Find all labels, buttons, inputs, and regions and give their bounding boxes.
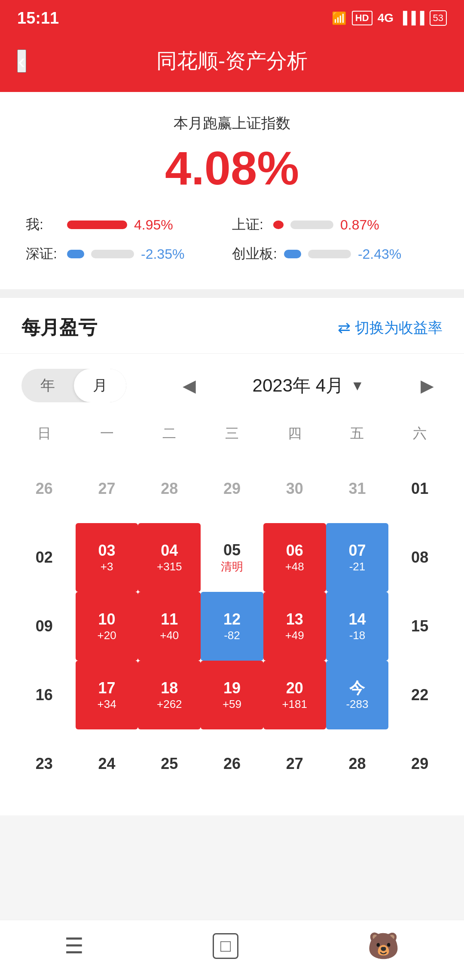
performance-comparisons: 我: 4.95% 上证: 0.87% 深证: -2.35% 创业板: -2.43… — [26, 215, 438, 263]
perf-label-shangzheng: 上证: — [232, 215, 266, 234]
section-divider — [0, 289, 464, 298]
weekday-thu: 四 — [263, 417, 326, 450]
perf-bar-shenzheng — [67, 250, 84, 258]
period-dropdown-icon[interactable]: ▼ — [351, 378, 364, 394]
perf-value-wo: 4.95% — [134, 217, 173, 233]
hd-badge: HD — [352, 11, 372, 25]
wifi-icon: 📶 — [332, 11, 347, 25]
table-row[interactable]: 28 — [326, 729, 389, 798]
perf-bar-chuangyeban — [284, 250, 301, 258]
battery-indicator: 53 — [430, 10, 447, 26]
calendar-grid: 日 一 二 三 四 五 六 26 27 28 29 30 31 01 02 03… — [0, 417, 464, 815]
current-period-display: 2023年 4月 ▼ — [253, 374, 364, 398]
signal-4g-icon: 4G — [378, 11, 394, 25]
table-row[interactable]: 06 +48 — [263, 523, 326, 592]
table-row[interactable]: 23 — [13, 729, 76, 798]
year-toggle-button[interactable]: 年 — [21, 369, 74, 402]
table-row: 29 — [201, 454, 263, 523]
weekday-tue: 二 — [138, 417, 201, 450]
table-row[interactable]: 07 -21 — [326, 523, 389, 592]
perf-bar-shenzheng-bg — [91, 250, 134, 258]
table-row[interactable]: 01 — [388, 454, 451, 523]
prev-month-button[interactable]: ◀ — [174, 376, 205, 395]
table-row[interactable]: 24 — [76, 729, 138, 798]
table-row[interactable]: 02 — [13, 523, 76, 592]
table-row: 26 — [13, 454, 76, 523]
app-header: ‹ 同花顺-资产分析 — [0, 34, 464, 92]
back-button[interactable]: ‹ — [17, 49, 26, 73]
perf-bar-wo — [67, 220, 127, 229]
table-row[interactable]: 05 清明 — [201, 523, 263, 592]
weekday-fri: 五 — [326, 417, 389, 450]
menu-button[interactable]: ☰ — [64, 934, 84, 959]
table-row: 30 — [263, 454, 326, 523]
perf-item-chuangyeban: 创业板: -2.43% — [232, 245, 438, 263]
bottom-spacer — [0, 815, 464, 901]
table-row[interactable]: 04 +315 — [138, 523, 201, 592]
monthly-section: 每月盈亏 ⇄ 切换为收益率 年 月 ◀ 2023年 4月 ▼ ▶ 日 一 二 三… — [0, 298, 464, 815]
status-icons: 📶 HD 4G ▐▐▐ 53 — [332, 10, 447, 26]
table-row[interactable]: 09 — [13, 592, 76, 661]
table-row[interactable]: 13 +49 — [263, 592, 326, 661]
perf-label-shenzheng: 深证: — [26, 245, 60, 263]
bottom-navigation: ☰ □ 🐻 — [0, 920, 464, 980]
period-text: 2023年 4月 — [253, 374, 344, 398]
perf-value-shangzheng: 0.87% — [340, 217, 379, 233]
calendar-weekday-header: 日 一 二 三 四 五 六 — [13, 417, 451, 450]
table-row-today[interactable]: 今 -283 — [326, 661, 389, 729]
calendar-body: 26 27 28 29 30 31 01 02 03 +3 04 +315 05… — [13, 454, 451, 798]
table-row: 31 — [326, 454, 389, 523]
month-toggle-button[interactable]: 月 — [74, 369, 126, 402]
table-row[interactable]: 27 — [263, 729, 326, 798]
switch-icon: ⇄ — [338, 319, 351, 337]
table-row[interactable]: 17 +34 — [76, 661, 138, 729]
signal-bars-icon: ▐▐▐ — [399, 11, 424, 25]
performance-main-value: 4.08% — [26, 142, 438, 194]
table-row[interactable]: 16 — [13, 661, 76, 729]
table-row[interactable]: 11 +40 — [138, 592, 201, 661]
table-row[interactable]: 19 +59 — [201, 661, 263, 729]
monthly-header: 每月盈亏 ⇄ 切换为收益率 — [0, 298, 464, 354]
weekday-sun: 日 — [13, 417, 76, 450]
perf-value-shenzheng: -2.35% — [141, 246, 184, 262]
perf-label-chuangyeban: 创业板: — [232, 245, 277, 263]
profile-avatar[interactable]: 🐻 — [367, 931, 400, 961]
perf-bar-shangzheng — [273, 220, 284, 229]
perf-item-shangzheng: 上证: 0.87% — [232, 215, 438, 234]
table-row[interactable]: 12 -82 — [201, 592, 263, 661]
perf-item-wo: 我: 4.95% — [26, 215, 232, 234]
perf-label-wo: 我: — [26, 215, 60, 234]
table-row[interactable]: 18 +262 — [138, 661, 201, 729]
table-row[interactable]: 10 +20 — [76, 592, 138, 661]
weekday-sat: 六 — [388, 417, 451, 450]
year-month-toggle: 年 月 — [21, 369, 126, 402]
home-icon: □ — [220, 936, 231, 956]
weekday-mon: 一 — [76, 417, 138, 450]
table-row[interactable]: 25 — [138, 729, 201, 798]
table-row[interactable]: 29 — [388, 729, 451, 798]
perf-bar-chuangyeban-bg — [308, 250, 351, 258]
perf-value-chuangyeban: -2.43% — [358, 246, 401, 262]
table-row[interactable]: 22 — [388, 661, 451, 729]
table-row[interactable]: 14 -18 — [326, 592, 389, 661]
status-bar: 15:11 📶 HD 4G ▐▐▐ 53 — [0, 0, 464, 34]
table-row: 27 — [76, 454, 138, 523]
monthly-title: 每月盈亏 — [21, 315, 97, 340]
performance-section: 本月跑赢上证指数 4.08% 我: 4.95% 上证: 0.87% 深证: -2… — [0, 92, 464, 289]
perf-bar-shangzheng-bg — [290, 220, 333, 229]
weekday-wed: 三 — [201, 417, 263, 450]
table-row[interactable]: 08 — [388, 523, 451, 592]
table-row[interactable]: 15 — [388, 592, 451, 661]
switch-to-yield-button[interactable]: ⇄ 切换为收益率 — [338, 318, 443, 338]
table-row: 28 — [138, 454, 201, 523]
page-title: 同花顺-资产分析 — [156, 47, 308, 75]
next-month-button[interactable]: ▶ — [412, 376, 443, 395]
status-time: 15:11 — [17, 9, 59, 28]
home-button[interactable]: □ — [213, 933, 238, 959]
table-row[interactable]: 03 +3 — [76, 523, 138, 592]
calendar-controls: 年 月 ◀ 2023年 4月 ▼ ▶ — [0, 354, 464, 417]
perf-item-shenzheng: 深证: -2.35% — [26, 245, 232, 263]
switch-label: 切换为收益率 — [355, 318, 443, 338]
table-row[interactable]: 26 — [201, 729, 263, 798]
table-row[interactable]: 20 +181 — [263, 661, 326, 729]
